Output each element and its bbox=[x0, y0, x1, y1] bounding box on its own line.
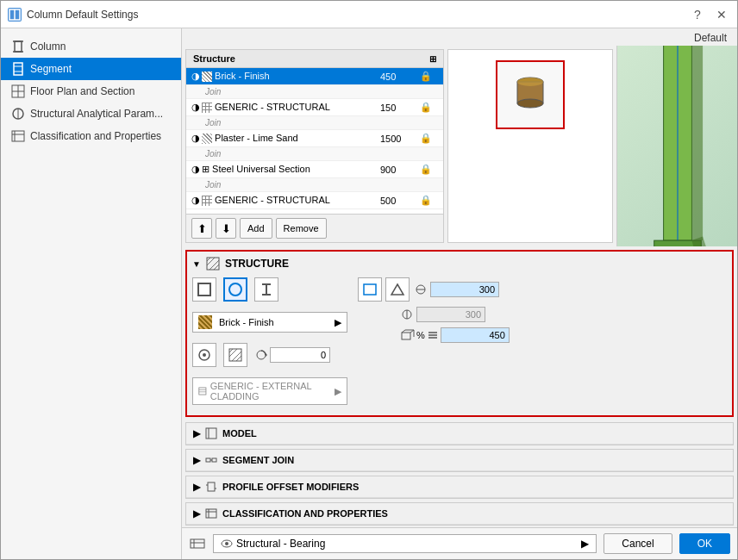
table-row[interactable]: ◑ ⊞ Steel Universal Section 900 🔒 bbox=[186, 161, 443, 178]
percent-icon: % bbox=[416, 330, 425, 340]
material-arrow: ▶ bbox=[335, 317, 341, 328]
table-row: Join bbox=[186, 147, 443, 161]
material-swatch bbox=[202, 134, 212, 144]
svg-rect-64 bbox=[364, 284, 376, 295]
table-row[interactable]: ◑ GENERIC - STRUCTURAL 500 🔒 bbox=[186, 192, 443, 209]
dialog-title: Column Default Settings bbox=[27, 9, 138, 21]
preview-pane bbox=[447, 49, 613, 243]
svg-rect-89 bbox=[191, 539, 204, 548]
dots-icon bbox=[427, 329, 439, 341]
shape-ibeam-button[interactable] bbox=[254, 277, 278, 302]
depth-input[interactable]: 450 bbox=[441, 327, 510, 343]
expand-icon: ▶ bbox=[193, 508, 200, 520]
expand-icon: ▶ bbox=[193, 455, 200, 466]
structure-buttons: ⬆ ⬇ Add Remove bbox=[186, 214, 443, 242]
content-row: Structure ⊞ ◑ bbox=[182, 46, 737, 246]
cancel-button[interactable]: Cancel bbox=[604, 533, 672, 554]
expand-icon: ▶ bbox=[193, 482, 200, 493]
rotation-button[interactable] bbox=[192, 343, 216, 367]
svg-line-58 bbox=[236, 356, 241, 361]
width-input[interactable]: 300 bbox=[430, 282, 499, 297]
row-label: GENERIC - STRUCTURAL bbox=[215, 195, 330, 205]
table-row: Join bbox=[186, 178, 443, 192]
segment-join-header[interactable]: ▶ SEGMENT JOIN bbox=[186, 450, 733, 471]
row-label: GENERIC - STRUCTURAL bbox=[215, 102, 330, 112]
move-down-button[interactable]: ⬇ bbox=[216, 218, 236, 239]
ok-button[interactable]: OK bbox=[679, 533, 730, 554]
3d-view bbox=[616, 46, 737, 246]
material-icon bbox=[198, 315, 212, 329]
close-button[interactable]: ✕ bbox=[713, 6, 730, 23]
default-label: Default bbox=[182, 28, 737, 46]
svg-line-55 bbox=[229, 349, 233, 352]
material-label: Brick - Finish bbox=[219, 317, 274, 327]
svg-point-18 bbox=[517, 99, 543, 108]
move-up-button[interactable]: ⬆ bbox=[191, 218, 212, 239]
svg-line-44 bbox=[207, 258, 215, 265]
svg-marker-60 bbox=[266, 353, 267, 357]
rotation-input[interactable]: 0 bbox=[270, 347, 330, 363]
row-label: Steel Universal Section bbox=[212, 164, 310, 174]
svg-marker-65 bbox=[391, 284, 403, 295]
shape-square-button[interactable] bbox=[192, 277, 216, 302]
material-row: Brick - Finish ▶ bbox=[192, 312, 347, 333]
lock-icon: 🔒 bbox=[420, 102, 432, 112]
column-icon bbox=[11, 40, 25, 53]
app-icon bbox=[8, 8, 22, 22]
svg-rect-5 bbox=[14, 63, 22, 75]
hatch-button[interactable] bbox=[223, 343, 247, 367]
profile-offset-header[interactable]: ▶ PROFILE OFFSET MODIFIERS bbox=[186, 476, 733, 498]
bearing-label: Structural - Bearing bbox=[236, 538, 325, 550]
shape-circle-button[interactable] bbox=[223, 277, 247, 302]
shape-buttons-row bbox=[192, 277, 347, 302]
main-area: Default Structure ⊞ bbox=[182, 28, 737, 559]
row-icon: ◑ bbox=[191, 133, 212, 144]
material-selector[interactable]: Brick - Finish ▶ bbox=[192, 312, 347, 333]
lock-icon: 🔒 bbox=[420, 133, 432, 143]
cladding-row: GENERIC - EXTERNAL CLADDING ▶ bbox=[192, 377, 347, 405]
svg-point-53 bbox=[203, 353, 206, 357]
svg-rect-13 bbox=[12, 131, 24, 141]
height-input[interactable]: 300 bbox=[416, 307, 485, 322]
row-icon: ◑ bbox=[191, 71, 212, 82]
help-button[interactable]: ? bbox=[689, 6, 706, 23]
svg-line-46 bbox=[214, 264, 219, 270]
material-swatch bbox=[202, 103, 212, 113]
svg-point-19 bbox=[517, 78, 543, 86]
svg-rect-2 bbox=[15, 41, 22, 52]
sidebar-label-segment: Segment bbox=[30, 63, 72, 75]
sidebar-item-floor-plan[interactable]: Floor Plan and Section bbox=[1, 80, 181, 103]
height-icon bbox=[399, 307, 415, 322]
profile-offset-icon bbox=[205, 481, 217, 493]
lock-icon: 🔒 bbox=[420, 195, 432, 205]
sidebar-item-column[interactable]: Column bbox=[1, 35, 181, 58]
sidebar-item-classification[interactable]: Classification and Properties bbox=[1, 125, 181, 147]
table-row[interactable]: ◑ Brick - Finish 450 🔒 bbox=[186, 68, 443, 85]
row-icon: ◑ ⊞ bbox=[191, 164, 210, 175]
classification-section-header[interactable]: ▶ CLASSIFICATION AND PROPERTIES bbox=[186, 503, 733, 525]
svg-marker-39 bbox=[691, 46, 703, 240]
3d-view-background bbox=[617, 46, 737, 246]
width-input-row: 300 bbox=[358, 277, 510, 302]
join-icon bbox=[205, 454, 217, 466]
model-section-header[interactable]: ▶ MODEL bbox=[186, 423, 733, 445]
add-button[interactable]: Add bbox=[240, 218, 272, 239]
table-row[interactable]: ◑ Plaster - Lime Sand 1500 🔒 bbox=[186, 130, 443, 147]
sidebar-item-segment[interactable]: Segment bbox=[1, 58, 181, 80]
row-icon: ◑ bbox=[191, 195, 212, 206]
remove-button[interactable]: Remove bbox=[276, 218, 327, 239]
svg-rect-81 bbox=[212, 458, 216, 462]
triangle-shape-icon[interactable] bbox=[385, 277, 410, 302]
table-row[interactable]: ◑ GENERIC - STRUCTURAL 150 🔒 bbox=[186, 99, 443, 116]
rect-shape-icon[interactable] bbox=[358, 277, 382, 302]
table-row: Join bbox=[186, 116, 443, 130]
cladding-selector[interactable]: GENERIC - EXTERNAL CLADDING ▶ bbox=[192, 377, 347, 405]
sidebar-item-structural[interactable]: Structural Analytical Param... bbox=[1, 103, 181, 125]
sidebar-label-classification: Classification and Properties bbox=[30, 130, 161, 142]
bearing-selector[interactable]: Structural - Bearing ▶ bbox=[213, 534, 597, 553]
section-collapse-icon[interactable]: ▼ bbox=[192, 259, 201, 269]
profile-offset-label: PROFILE OFFSET MODIFIERS bbox=[222, 482, 359, 492]
svg-rect-83 bbox=[208, 482, 215, 491]
row-icon: ◑ bbox=[191, 102, 212, 113]
structure-table[interactable]: ◑ Brick - Finish 450 🔒 Join bbox=[186, 68, 443, 214]
